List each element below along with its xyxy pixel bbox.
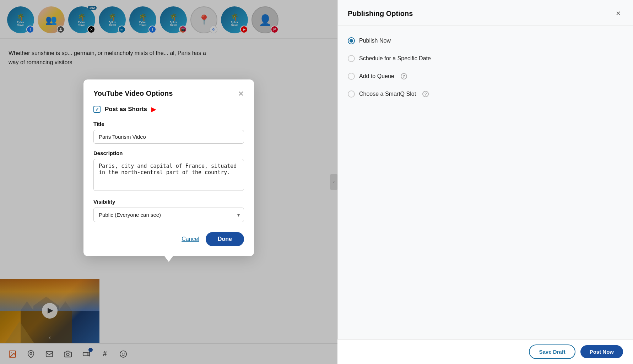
smartq-radio[interactable]	[348, 90, 355, 98]
modal-tail	[164, 256, 173, 262]
smartq-label: Choose a SmartQ Slot	[359, 91, 416, 97]
smartq-help-icon[interactable]: ?	[422, 91, 429, 97]
panel-bottom: Save Draft Post Now	[337, 339, 633, 364]
modal-footer: Cancel Done	[93, 232, 244, 246]
visibility-field-label: Visibility	[93, 199, 244, 205]
radio-inner	[350, 39, 353, 43]
panel-header: Publishing Options ✕	[338, 0, 633, 26]
publish-now-radio[interactable]	[348, 37, 355, 44]
checkbox-check-icon: ✓	[95, 107, 99, 112]
post-as-shorts-label: Post as Shorts	[105, 106, 147, 113]
schedule-radio[interactable]	[348, 55, 355, 62]
description-field-label: Description	[93, 150, 244, 156]
schedule-label: Schedule for a Specific Date	[359, 55, 431, 62]
youtube-options-modal: YouTube Video Options ✕ ✓ Post as Shorts…	[83, 79, 254, 256]
visibility-select[interactable]: Public (Everyone can see) Unlisted Priva…	[93, 208, 244, 222]
modal-header: YouTube Video Options ✕	[93, 89, 244, 98]
done-button[interactable]: Done	[206, 232, 244, 246]
publish-now-option[interactable]: Publish Now	[348, 37, 623, 44]
shorts-icon: ▶	[151, 105, 156, 113]
title-field-label: Title	[93, 121, 244, 127]
smartq-option[interactable]: Choose a SmartQ Slot ?	[348, 90, 623, 98]
queue-option[interactable]: Add to Queue ?	[348, 73, 623, 80]
panel-title: Publishing Options	[348, 10, 413, 18]
panel-content: Publish Now Schedule for a Specific Date…	[338, 26, 633, 120]
visibility-select-wrap: Public (Everyone can see) Unlisted Priva…	[93, 208, 244, 222]
queue-label: Add to Queue	[359, 73, 394, 79]
queue-radio[interactable]	[348, 73, 355, 80]
modal-close-button[interactable]: ✕	[238, 90, 244, 97]
panel-close-button[interactable]: ✕	[613, 9, 623, 18]
post-now-button[interactable]: Post Now	[580, 345, 623, 358]
main-area: 🌴 ZylkerTravel f 👥 🌴 ZylkerTravel	[0, 0, 337, 364]
publishing-panel: Publishing Options ✕ Publish Now Schedul…	[337, 0, 633, 364]
queue-help-icon[interactable]: ?	[401, 73, 407, 79]
description-input[interactable]: Paris, city and capital of France, situa…	[93, 159, 244, 191]
schedule-option[interactable]: Schedule for a Specific Date	[348, 55, 623, 62]
save-draft-button[interactable]: Save Draft	[529, 344, 575, 359]
title-input[interactable]	[93, 130, 244, 144]
cancel-button[interactable]: Cancel	[182, 236, 199, 242]
modal-title: YouTube Video Options	[93, 89, 173, 98]
post-as-shorts-checkbox[interactable]: ✓	[93, 106, 101, 113]
post-as-shorts-row[interactable]: ✓ Post as Shorts ▶	[93, 105, 244, 113]
publish-now-label: Publish Now	[359, 38, 391, 44]
modal-overlay: YouTube Video Options ✕ ✓ Post as Shorts…	[0, 0, 337, 364]
